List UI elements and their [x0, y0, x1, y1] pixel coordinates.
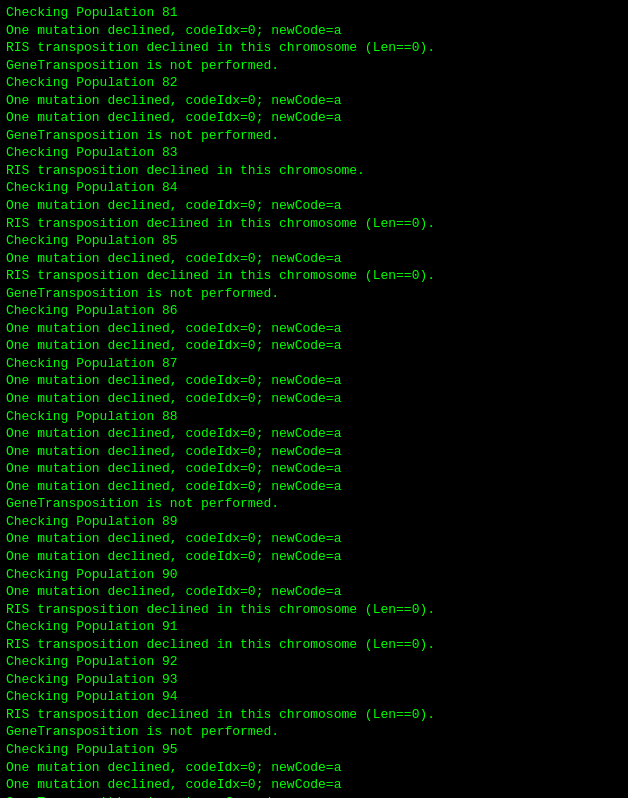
terminal-line: Checking Population 81: [6, 4, 622, 22]
terminal-line: Checking Population 94: [6, 688, 622, 706]
terminal-line: Checking Population 89: [6, 513, 622, 531]
terminal-line: One mutation declined, codeIdx=0; newCod…: [6, 197, 622, 215]
terminal-line: One mutation declined, codeIdx=0; newCod…: [6, 460, 622, 478]
terminal-line: Checking Population 91: [6, 618, 622, 636]
terminal-line: Checking Population 86: [6, 302, 622, 320]
terminal-line: RIS transposition declined in this chrom…: [6, 267, 622, 285]
terminal-line: One mutation declined, codeIdx=0; newCod…: [6, 530, 622, 548]
terminal-line: Checking Population 87: [6, 355, 622, 373]
terminal-line: One mutation declined, codeIdx=0; newCod…: [6, 372, 622, 390]
terminal-line: Checking Population 88: [6, 408, 622, 426]
terminal-line: GeneTransposition is not performed.: [6, 57, 622, 75]
terminal-line: One mutation declined, codeIdx=0; newCod…: [6, 337, 622, 355]
terminal-line: One mutation declined, codeIdx=0; newCod…: [6, 109, 622, 127]
terminal-line: Checking Population 83: [6, 144, 622, 162]
terminal-line: GeneTransposition is not performed.: [6, 495, 622, 513]
terminal-line: One mutation declined, codeIdx=0; newCod…: [6, 548, 622, 566]
terminal-line: Checking Population 93: [6, 671, 622, 689]
terminal-line: One mutation declined, codeIdx=0; newCod…: [6, 759, 622, 777]
terminal-line: One mutation declined, codeIdx=0; newCod…: [6, 22, 622, 40]
terminal-line: One mutation declined, codeIdx=0; newCod…: [6, 390, 622, 408]
terminal-line: RIS transposition declined in this chrom…: [6, 162, 622, 180]
terminal-line: Checking Population 90: [6, 566, 622, 584]
terminal-line: RIS transposition declined in this chrom…: [6, 39, 622, 57]
terminal-line: One mutation declined, codeIdx=0; newCod…: [6, 583, 622, 601]
terminal-line: One mutation declined, codeIdx=0; newCod…: [6, 776, 622, 794]
terminal-line: GeneTransposition is not performed.: [6, 127, 622, 145]
terminal-line: Checking Population 95: [6, 741, 622, 759]
terminal-line: One mutation declined, codeIdx=0; newCod…: [6, 320, 622, 338]
terminal-line: One mutation declined, codeIdx=0; newCod…: [6, 92, 622, 110]
terminal-line: One mutation declined, codeIdx=0; newCod…: [6, 425, 622, 443]
terminal-output: Checking Population 81One mutation decli…: [0, 0, 628, 798]
terminal-line: GeneTransposition is not performed.: [6, 723, 622, 741]
terminal-line: RIS transposition declined in this chrom…: [6, 215, 622, 233]
terminal-line: Checking Population 92: [6, 653, 622, 671]
terminal-line: Checking Population 84: [6, 179, 622, 197]
terminal-line: GeneTransposition is not performed.: [6, 285, 622, 303]
terminal-line: One mutation declined, codeIdx=0; newCod…: [6, 478, 622, 496]
terminal-line: RIS transposition declined in this chrom…: [6, 601, 622, 619]
terminal-line: Checking Population 85: [6, 232, 622, 250]
terminal-line: RIS transposition declined in this chrom…: [6, 706, 622, 724]
terminal-line: One mutation declined, codeIdx=0; newCod…: [6, 250, 622, 268]
terminal-line: RIS transposition declined in this chrom…: [6, 636, 622, 654]
terminal-line: GeneTransposition is not performed.: [6, 794, 622, 798]
terminal-line: One mutation declined, codeIdx=0; newCod…: [6, 443, 622, 461]
terminal-line: Checking Population 82: [6, 74, 622, 92]
